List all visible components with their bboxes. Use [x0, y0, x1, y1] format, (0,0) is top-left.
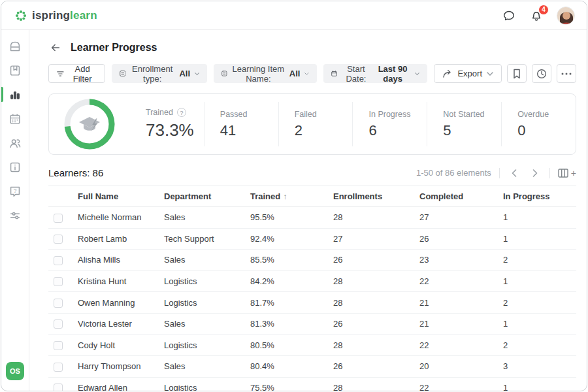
cell-department: Sales	[164, 250, 250, 271]
sidebar-item-courses[interactable]	[1, 58, 29, 82]
row-checkbox[interactable]	[54, 256, 63, 265]
chevron-down-icon	[195, 72, 199, 76]
cell-department: Logistics	[164, 292, 250, 314]
stat-failed: Failed2	[278, 102, 353, 146]
cell-full-name: Harry Thompson	[78, 355, 164, 377]
pagination-next-button[interactable]	[529, 168, 542, 178]
cell-trained: 81.3%	[250, 313, 333, 335]
cell-trained: 95.5%	[250, 207, 333, 229]
stat-not-started: Not Started5	[427, 102, 501, 146]
row-checkbox[interactable]	[54, 235, 63, 244]
cell-department: Sales	[164, 313, 250, 335]
table-row[interactable]: Victoria Lester Sales 81.3% 26 21 1	[48, 313, 576, 335]
cell-in-progress: 1	[503, 207, 576, 229]
cell-enrollments: 27	[333, 228, 419, 250]
ispring-logo-icon	[14, 9, 27, 22]
cell-trained: 84.2%	[250, 270, 333, 292]
cell-department: Logistics	[164, 335, 250, 356]
sidebar-item-users[interactable]	[1, 131, 29, 155]
sort-asc-icon: ↑	[283, 192, 287, 201]
sidebar-item-help[interactable]: ?	[1, 179, 29, 203]
user-avatar[interactable]	[557, 7, 575, 25]
export-icon	[442, 69, 453, 78]
cell-completed: 26	[419, 228, 503, 250]
sidebar-item-reports[interactable]	[1, 82, 29, 106]
svg-text:?: ?	[14, 188, 17, 194]
row-checkbox[interactable]	[54, 299, 63, 308]
export-button[interactable]: Export	[434, 64, 502, 83]
learners-count-label: Learners: 86	[48, 167, 103, 178]
learners-table: Full Name Department Trained↑ Enrollment…	[48, 186, 576, 391]
table-row[interactable]: Michelle Norman Sales 95.5% 28 27 1	[48, 207, 576, 229]
stat-overdue: Overdue0	[501, 102, 576, 146]
filter-pill-enrollment-type[interactable]: Enrollment type:All	[112, 64, 208, 83]
filter-pill-learning-item-name[interactable]: Learning Item Name:All	[214, 64, 317, 83]
workspace-badge[interactable]: OS	[6, 362, 24, 380]
chevron-left-icon	[512, 169, 517, 177]
chat-icon[interactable]	[502, 8, 516, 23]
row-checkbox[interactable]	[54, 384, 63, 391]
pagination-prev-button[interactable]	[508, 168, 521, 178]
cell-trained: 92.4%	[250, 228, 333, 250]
sidebar-item-home[interactable]	[1, 34, 29, 58]
cell-enrollments: 26	[333, 313, 419, 335]
app-window: ispringlearn 4	[1, 1, 587, 391]
cell-full-name: Owen Manning	[78, 292, 164, 314]
schedule-button[interactable]	[532, 64, 551, 83]
filter-pill-start-date[interactable]: Start Date:Last 90 days	[323, 64, 427, 83]
row-checkbox[interactable]	[54, 277, 63, 286]
filter-bar: Add Filter Enrollment type:AllLearning I…	[48, 64, 576, 83]
columns-icon	[558, 169, 570, 178]
table-row[interactable]: Owen Manning Logistics 81.7% 28 21 2	[48, 292, 576, 314]
cell-completed: 22	[419, 270, 503, 292]
manage-columns-button[interactable]: +	[558, 168, 576, 178]
column-enrollments[interactable]: Enrollments	[333, 186, 419, 207]
more-actions-button[interactable]	[557, 64, 576, 83]
cell-full-name: Robert Lamb	[78, 228, 164, 250]
table-row[interactable]: Alisha Mills Sales 85.5% 26 23 2	[48, 250, 576, 271]
help-icon[interactable]: ?	[177, 108, 186, 117]
sidebar-item-info[interactable]	[1, 155, 29, 179]
graduation-cap-icon	[79, 117, 100, 131]
back-arrow-icon[interactable]	[48, 41, 63, 55]
cell-trained: 80.4%	[250, 355, 333, 377]
column-in-progress[interactable]: In Progress	[503, 186, 576, 207]
calendar-icon	[331, 69, 337, 78]
table-row[interactable]: Harry Thompson Sales 80.4% 26 20 3	[48, 355, 576, 377]
cell-full-name: Edward Allen	[78, 377, 164, 391]
sidebar-item-settings[interactable]	[1, 203, 29, 227]
top-bar: ispringlearn 4	[1, 1, 587, 30]
logo-text: ispringlearn	[32, 9, 97, 22]
cell-in-progress: 1	[503, 377, 576, 391]
column-trained[interactable]: Trained↑	[250, 186, 333, 207]
cell-completed: 21	[419, 292, 503, 314]
notifications-bell-icon[interactable]: 4	[529, 8, 544, 23]
row-checkbox[interactable]	[54, 341, 63, 350]
table-row[interactable]: Edward Allen Logistics 75.5% 28 22 1	[48, 377, 576, 391]
saved-reports-button[interactable]	[507, 64, 527, 83]
cell-enrollments: 28	[333, 292, 419, 314]
pagination-range-label: 1-50 of 86 elements	[416, 168, 491, 178]
row-checkbox[interactable]	[54, 363, 63, 372]
cell-in-progress: 2	[503, 335, 576, 356]
table-row[interactable]: Kristina Hunt Logistics 84.2% 28 22 1	[48, 270, 576, 292]
table-row[interactable]: Cody Holt Logistics 80.5% 28 22 2	[48, 335, 576, 356]
table-header-row: Full Name Department Trained↑ Enrollment…	[48, 186, 576, 207]
notification-badge: 4	[538, 5, 549, 15]
row-checkbox[interactable]	[54, 214, 63, 223]
sidebar-item-calendar[interactable]	[1, 106, 29, 131]
column-department[interactable]: Department	[164, 186, 250, 207]
cell-in-progress: 2	[503, 250, 576, 271]
cell-enrollments: 26	[333, 250, 419, 271]
filter-icon	[57, 70, 64, 78]
table-row[interactable]: Robert Lamb Tech Support 92.4% 27 26 1	[48, 228, 576, 250]
page-title: Learner Progress	[71, 42, 157, 54]
cell-enrollments: 28	[333, 270, 419, 292]
app-logo[interactable]: ispringlearn	[14, 9, 97, 22]
column-completed[interactable]: Completed	[419, 186, 503, 207]
row-checkbox[interactable]	[54, 319, 63, 329]
cell-full-name: Victoria Lester	[78, 313, 164, 335]
add-filter-button[interactable]: Add Filter	[48, 64, 105, 83]
cell-trained: 75.5%	[250, 377, 333, 391]
column-full-name[interactable]: Full Name	[78, 186, 164, 207]
